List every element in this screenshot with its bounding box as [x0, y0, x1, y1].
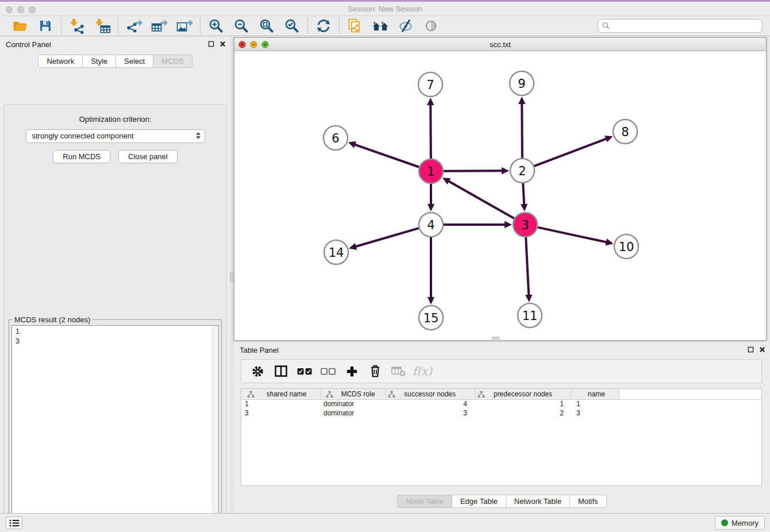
search-field[interactable]	[598, 19, 763, 33]
tab-network-table[interactable]: Network Table	[506, 495, 570, 508]
table-cell[interactable]: dominator	[321, 400, 386, 409]
close-panel-button[interactable]: Close panel	[118, 150, 178, 163]
clone-network-icon[interactable]	[344, 17, 366, 35]
close-network-icon[interactable]	[238, 41, 246, 48]
graph-edge-3-11[interactable]	[526, 237, 529, 296]
search-input[interactable]	[611, 22, 762, 30]
table-cell[interactable]: 1	[571, 400, 619, 409]
table-cell[interactable]: dominator	[321, 409, 386, 418]
graph-node-label: 8	[621, 125, 629, 139]
tab-node-table[interactable]: Node Table	[397, 495, 452, 508]
column-header-successor-nodes[interactable]: successor nodes	[386, 389, 475, 400]
graph-edge-1-2[interactable]	[444, 171, 503, 171]
table-cell[interactable]: 3	[386, 409, 475, 418]
result-scrollbar[interactable]	[212, 326, 218, 532]
graph-edge-2-9[interactable]	[522, 103, 522, 158]
zoom-out-icon[interactable]	[230, 17, 252, 35]
graph-edge-2-8[interactable]	[534, 138, 607, 166]
show-hide-graphics-icon[interactable]	[395, 17, 417, 35]
graph-edge-4-14[interactable]	[355, 228, 419, 246]
node-table: shared name MCDS role successor nodes pr…	[241, 388, 762, 486]
result-line: 1	[16, 327, 215, 337]
table-cell[interactable]: 2	[475, 409, 571, 418]
tab-mcds[interactable]: MCDS	[153, 55, 192, 68]
graph-node-label: 1	[427, 165, 434, 179]
open-session-icon[interactable]	[9, 17, 31, 35]
export-table-icon[interactable]	[148, 17, 170, 35]
delete-column-icon[interactable]	[366, 362, 384, 380]
zoom-selected-icon[interactable]	[281, 17, 303, 35]
first-neighbors-icon[interactable]	[369, 17, 391, 35]
status-bar: Memory	[0, 513, 770, 532]
column-visibility-icon[interactable]	[272, 362, 290, 380]
float-panel-icon[interactable]	[208, 41, 214, 47]
table-toolbar: f(x)	[241, 359, 762, 383]
refresh-view-icon[interactable]	[313, 17, 334, 35]
table-row[interactable]: 1dominator411	[241, 400, 761, 409]
function-builder-icon: f(x)	[413, 362, 432, 380]
column-header-mcds-role[interactable]: MCDS role	[321, 389, 386, 400]
tab-edge-table[interactable]: Edge Table	[452, 495, 506, 508]
graph-node-label: 9	[518, 77, 525, 91]
close-panel-icon[interactable]	[220, 41, 226, 47]
task-history-button[interactable]	[6, 516, 22, 529]
table-row[interactable]: 3dominator323	[241, 409, 761, 418]
minimize-network-icon[interactable]	[250, 41, 257, 48]
graph-edge-3-10[interactable]	[538, 228, 607, 242]
column-header-shared-name[interactable]: shared name	[241, 389, 321, 400]
column-tree-icon	[388, 391, 395, 398]
zoom-fit-icon[interactable]	[256, 17, 278, 35]
graph-node-label: 10	[619, 240, 634, 254]
column-header-name[interactable]: name	[571, 389, 619, 400]
list-icon	[9, 518, 20, 528]
control-panel-tabs: Network Style Select MCDS	[0, 55, 230, 68]
maximize-network-icon[interactable]	[261, 41, 269, 48]
graph-node-label: 11	[522, 309, 538, 323]
graph-edge-3-1[interactable]	[448, 181, 514, 218]
memory-status-icon	[721, 519, 728, 526]
mcds-result-title: MCDS result (2 nodes)	[12, 315, 93, 324]
save-session-icon[interactable]	[34, 17, 56, 35]
network-graph-canvas[interactable]: 7968124314101511	[234, 51, 766, 340]
table-panel-title: Table Panel	[240, 346, 279, 354]
table-options-gear-icon[interactable]	[248, 362, 267, 380]
tab-style[interactable]: Style	[83, 55, 116, 68]
table-cell[interactable]: 3	[241, 409, 321, 418]
tab-motifs[interactable]: Motifs	[570, 495, 607, 508]
graph-edge-2-3[interactable]	[523, 183, 524, 205]
graph-edge-arrowhead	[525, 295, 532, 302]
horizontal-splitter-handle[interactable]	[492, 337, 499, 341]
unselect-all-columns-icon[interactable]	[319, 362, 337, 380]
run-mcds-button[interactable]: Run MCDS	[53, 150, 110, 163]
network-window-title: scc.txt	[490, 40, 511, 49]
graph-edge-arrowhead	[428, 204, 434, 211]
memory-button[interactable]: Memory	[715, 516, 765, 530]
export-network-icon[interactable]	[123, 17, 145, 35]
dropdown-stepper-icon	[196, 132, 201, 139]
graph-edge-arrowhead	[428, 297, 434, 304]
select-all-columns-icon[interactable]	[295, 362, 314, 380]
column-header-predecessor-nodes[interactable]: predecessor nodes	[475, 389, 571, 400]
graph-edge-1-7[interactable]	[430, 104, 431, 159]
tab-select[interactable]: Select	[116, 55, 153, 68]
eye-disabled-icon	[420, 17, 442, 35]
table-cell[interactable]: 4	[386, 400, 475, 409]
table-cell[interactable]: 3	[571, 409, 619, 418]
graph-node-label: 7	[426, 78, 434, 92]
control-panel-title: Control Panel	[6, 40, 51, 49]
import-network-icon[interactable]	[66, 17, 88, 35]
table-cell[interactable]: 1	[475, 400, 571, 409]
search-icon	[602, 21, 611, 30]
table-header-row: shared name MCDS role successor nodes pr…	[241, 389, 761, 400]
close-table-panel-icon[interactable]	[759, 346, 765, 353]
add-column-icon[interactable]	[342, 362, 361, 380]
export-image-icon[interactable]	[174, 17, 195, 35]
graph-edge-1-6[interactable]	[354, 144, 419, 167]
float-table-panel-icon[interactable]	[748, 346, 754, 353]
optimization-criterion-dropdown[interactable]: strongly connected component	[26, 129, 205, 143]
mcds-result-list[interactable]: 13	[11, 325, 219, 532]
table-cell[interactable]: 1	[241, 400, 321, 409]
tab-network[interactable]: Network	[38, 55, 83, 68]
import-table-icon[interactable]	[91, 17, 113, 35]
zoom-in-icon[interactable]	[205, 17, 227, 35]
